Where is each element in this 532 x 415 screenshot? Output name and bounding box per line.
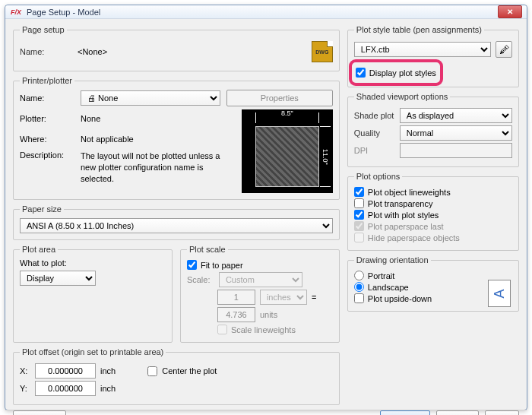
shade-plot-select[interactable]: As displayed xyxy=(400,108,512,123)
plot-lineweights-checkbox[interactable] xyxy=(354,187,364,197)
what-to-plot-select[interactable]: Display xyxy=(20,271,96,286)
close-button[interactable]: ✕ xyxy=(498,5,522,18)
fit-to-paper-checkbox[interactable] xyxy=(187,260,197,270)
printer-name-select[interactable]: 🖨 None xyxy=(81,90,220,106)
scale-unit-select: inches xyxy=(260,290,307,305)
paper-preview: 8.5" 11.0" xyxy=(242,109,333,193)
where-label: Where: xyxy=(20,135,74,144)
display-plot-styles-checkbox[interactable] xyxy=(356,68,366,78)
scale-num2-input xyxy=(217,307,255,322)
dwg-icon: DWG xyxy=(312,41,333,62)
description-value: The layout will not be plotted unless a … xyxy=(81,150,220,185)
name-label: Name: xyxy=(20,47,73,56)
display-plot-styles-highlight: Display plot styles xyxy=(354,65,438,81)
plot-scale-legend: Plot scale xyxy=(187,245,228,254)
plot-paperspace-last-checkbox xyxy=(354,221,364,231)
scale-label: Scale: xyxy=(187,275,214,284)
paper-size-group: Paper size ANSI A (8.50 x 11.00 Inches) xyxy=(13,204,340,240)
portrait-label: Portrait xyxy=(368,271,394,280)
hide-paperspace-checkbox xyxy=(354,233,364,242)
plot-area-legend: Plot area xyxy=(20,245,58,254)
offset-x-label: X: xyxy=(20,366,30,375)
landscape-radio[interactable] xyxy=(354,282,364,292)
plot-with-styles-label: Plot with plot styles xyxy=(368,211,439,220)
plot-transparency-label: Plot transparency xyxy=(368,199,433,208)
plot-with-styles-checkbox[interactable] xyxy=(354,210,364,220)
quality-select[interactable]: Normal xyxy=(400,125,512,141)
plot-options-legend: Plot options xyxy=(354,172,402,181)
plot-style-table-group: Plot style table (pen assignments) LFX.c… xyxy=(347,25,519,87)
titlebar: F/X Page Setup - Model ✕ xyxy=(5,5,527,19)
dialog-footer: Preview... OK Cancel Help xyxy=(5,410,527,415)
units-suffix-label: units xyxy=(260,310,277,319)
plot-style-select[interactable]: LFX.ctb xyxy=(354,42,491,57)
page-setup-group: Page setup Name: <None> DWG xyxy=(13,25,340,71)
quality-label: Quality xyxy=(354,128,395,138)
window-title: Page Setup - Model xyxy=(27,8,100,17)
page-setup-legend: Page setup xyxy=(20,25,67,34)
plot-scale-group: Plot scale Fit to paper Scale: Custom xyxy=(180,245,340,343)
drawing-orientation-group: Drawing orientation Portrait Landscape P… xyxy=(347,255,519,312)
help-button[interactable]: Help xyxy=(485,410,519,415)
hide-paperspace-label: Hide paperspace objects xyxy=(368,233,460,242)
equals-label: = xyxy=(312,293,316,302)
dpi-input xyxy=(400,143,512,158)
shaded-legend: Shaded viewport options xyxy=(354,92,450,101)
plot-style-legend: Plot style table (pen assignments) xyxy=(354,25,484,34)
plot-paperspace-last-label: Plot paperspace last xyxy=(368,222,444,231)
offset-x-unit: inch xyxy=(100,366,116,375)
plotter-value: None xyxy=(81,114,220,123)
plotter-label: Plotter: xyxy=(20,114,74,123)
display-plot-styles-label: Display plot styles xyxy=(369,68,436,78)
page-setup-name-value: <None> xyxy=(78,47,107,56)
plot-area-group: Plot area What to plot: Display xyxy=(13,245,173,343)
plot-transparency-checkbox[interactable] xyxy=(354,198,364,208)
cancel-button[interactable]: Cancel xyxy=(436,410,479,415)
printer-plotter-group: Printer/plotter Name: 🖨 None Properties … xyxy=(13,76,340,200)
upside-down-checkbox[interactable] xyxy=(354,293,364,303)
plot-offset-group: Plot offset (origin set to printable are… xyxy=(13,347,340,405)
center-plot-label: Center the plot xyxy=(162,366,217,375)
offset-y-label: Y: xyxy=(20,384,30,393)
what-to-plot-label: What to plot: xyxy=(20,258,166,268)
paper-size-select[interactable]: ANSI A (8.50 x 11.00 Inches) xyxy=(20,218,333,233)
center-plot-checkbox[interactable] xyxy=(147,366,157,376)
plot-offset-legend: Plot offset (origin set to printable are… xyxy=(20,347,166,356)
scale-select: Custom xyxy=(219,272,302,287)
page-setup-dialog: F/X Page Setup - Model ✕ Page setup Name… xyxy=(5,5,527,410)
plot-lineweights-label: Plot object lineweights xyxy=(368,188,451,197)
dpi-label: DPI xyxy=(354,146,395,155)
preview-button[interactable]: Preview... xyxy=(13,410,66,415)
landscape-label: Landscape xyxy=(368,283,409,292)
scale-lineweights-label: Scale lineweights xyxy=(231,325,296,334)
where-value: Not applicable xyxy=(81,135,220,144)
offset-x-input[interactable] xyxy=(35,363,96,379)
scale-num1-input xyxy=(217,290,255,305)
description-label: Description: xyxy=(20,150,74,160)
orientation-preview-icon: A xyxy=(488,280,511,307)
portrait-radio[interactable] xyxy=(354,271,364,280)
plot-style-edit-button[interactable]: 🖉 xyxy=(496,41,512,58)
shaded-viewport-group: Shaded viewport options Shade plot As di… xyxy=(347,92,519,167)
fit-to-paper-label: Fit to paper xyxy=(201,261,243,270)
orientation-legend: Drawing orientation xyxy=(354,255,431,265)
offset-y-unit: inch xyxy=(100,384,116,393)
paper-size-legend: Paper size xyxy=(20,204,64,214)
upside-down-label: Plot upside-down xyxy=(368,294,432,303)
scale-lineweights-checkbox xyxy=(217,325,227,334)
offset-y-input[interactable] xyxy=(35,381,96,396)
shade-plot-label: Shade plot xyxy=(354,111,395,120)
app-icon: F/X xyxy=(10,6,22,18)
ok-button[interactable]: OK xyxy=(380,410,430,415)
properties-button: Properties xyxy=(226,90,333,106)
printer-legend: Printer/plotter xyxy=(20,76,74,85)
plot-options-group: Plot options Plot object lineweights Plo… xyxy=(347,172,519,251)
printer-name-label: Name: xyxy=(20,93,74,103)
